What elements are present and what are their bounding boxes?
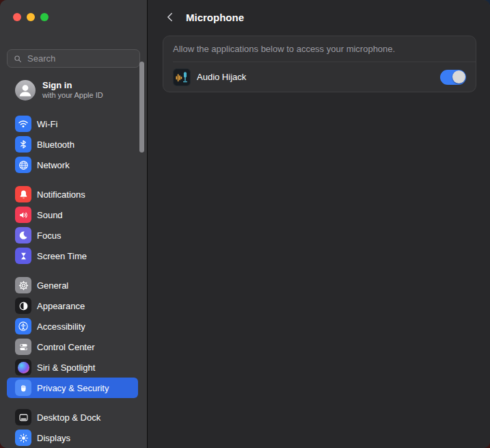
sidebar-item-privacy-security[interactable]: Privacy & Security (7, 378, 138, 398)
sidebar-item-desktop-dock[interactable]: Desktop & Dock (7, 407, 138, 427)
permissions-description: Allow the applications below to access y… (163, 36, 476, 62)
sidebar-item-displays[interactable]: Displays (7, 427, 138, 448)
audio-hijack-toggle[interactable] (440, 70, 466, 85)
sidebar: Sign in with your Apple ID Wi-Fi Bluetoo… (0, 0, 148, 448)
search-field[interactable] (7, 49, 140, 68)
accessibility-icon (15, 318, 31, 334)
toggle-knob (452, 70, 465, 83)
sidebar-item-appearance[interactable]: Appearance (7, 295, 138, 316)
globe-icon (15, 157, 31, 173)
minimize-button[interactable] (27, 13, 35, 21)
hourglass-icon (15, 248, 31, 264)
avatar (15, 80, 36, 101)
bluetooth-icon (15, 136, 31, 153)
sidebar-item-notifications[interactable]: Notifications (7, 184, 138, 205)
sidebar-item-siri-spotlight[interactable]: Siri & Spotlight (7, 357, 138, 378)
toggles-icon (15, 339, 31, 355)
page-title: Microphone (186, 12, 244, 23)
app-row-audio-hijack: Audio Hijack (163, 62, 476, 92)
sidebar-nav: Wi-Fi Bluetooth Network (0, 104, 147, 448)
sidebar-item-network[interactable]: Network (7, 155, 138, 175)
sidebar-item-apple-id[interactable]: Sign in with your Apple ID (7, 77, 140, 104)
content-pane: Microphone Allow the applications below … (148, 0, 490, 448)
close-button[interactable] (13, 13, 21, 21)
moon-icon (15, 227, 31, 243)
speaker-icon (15, 207, 31, 223)
search-icon (13, 54, 23, 64)
audio-hijack-app-icon (173, 68, 191, 86)
gear-icon (15, 277, 31, 293)
microphone-permissions-card: Allow the applications below to access y… (163, 36, 476, 92)
sign-in-subtitle: with your Apple ID (42, 91, 103, 100)
hand-icon (15, 380, 31, 396)
content-header: Microphone (148, 0, 490, 34)
sidebar-item-sound[interactable]: Sound (7, 205, 138, 225)
sidebar-scrollbar[interactable] (139, 62, 144, 153)
app-name: Audio Hijack (197, 72, 440, 82)
sidebar-item-focus[interactable]: Focus (7, 225, 138, 246)
sidebar-item-screen-time[interactable]: Screen Time (7, 246, 138, 266)
window-controls (0, 0, 147, 44)
bell-icon (15, 186, 31, 202)
search-input[interactable] (26, 53, 134, 64)
sidebar-item-control-center[interactable]: Control Center (7, 337, 138, 357)
sidebar-item-general[interactable]: General (7, 275, 138, 295)
contrast-icon (15, 298, 31, 314)
dock-icon (15, 409, 31, 425)
sidebar-item-wifi[interactable]: Wi-Fi (7, 114, 138, 134)
sign-in-title: Sign in (42, 81, 103, 91)
zoom-button[interactable] (40, 13, 49, 21)
wifi-icon (15, 116, 31, 132)
system-settings-window: Sign in with your Apple ID Wi-Fi Bluetoo… (0, 0, 490, 448)
siri-icon (15, 359, 31, 375)
sidebar-item-accessibility[interactable]: Accessibility (7, 316, 138, 337)
sun-icon (15, 430, 31, 446)
sidebar-item-bluetooth[interactable]: Bluetooth (7, 134, 138, 155)
back-button[interactable] (163, 10, 178, 25)
